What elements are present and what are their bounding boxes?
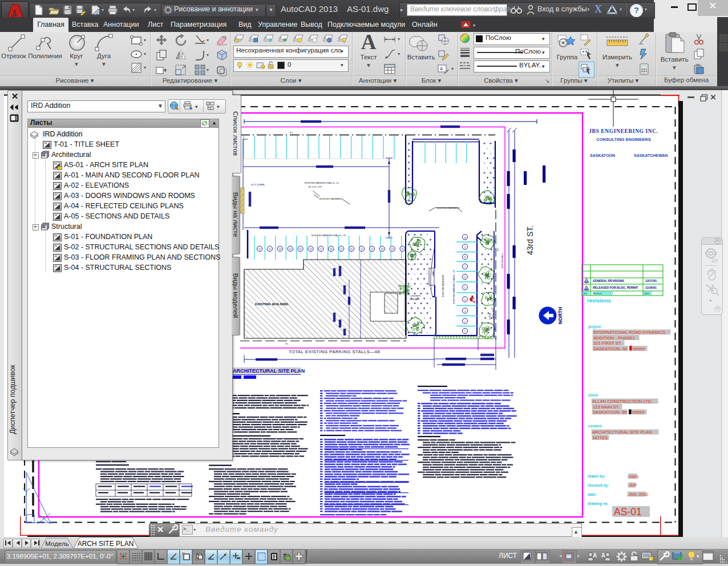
svg-text:EXISTING PAVEMENT: EXISTING PAVEMENT (442, 274, 444, 297)
svg-text:drawing no.: drawing no. (588, 502, 609, 506)
svg-text:.: . (302, 369, 304, 373)
svg-text:SASKATOON, SK: SASKATOON, SK (593, 410, 628, 415)
svg-text:NORTH: NORTH (557, 307, 563, 324)
svg-text:drawn by:: drawn by: (588, 474, 605, 479)
svg-text:JDP: JDP (629, 483, 637, 488)
svg-text:LANDSCAPE: LANDSCAPE (492, 308, 495, 320)
svg-text:TOTAL EXISTING PARKING STAL: TOTAL EXISTING PARKING STALLS—48 (289, 349, 380, 354)
svg-text:RAMP: RAMP (432, 270, 434, 277)
svg-text:RELEASED FOR BLDG. PERMIT: RELEASED FOR BLDG. PERMIT (593, 286, 638, 289)
svg-text:8: 8 (464, 256, 466, 258)
svg-text:EXISTING PARKING STALLS—10: EXISTING PARKING STALLS—10 (453, 270, 455, 304)
svg-text:DATE: DATE (644, 293, 650, 295)
svg-text:1: 1 (464, 330, 466, 333)
svg-text:EXISTING PARKING STALLS—15: EXISTING PARKING STALLS—15 (312, 234, 346, 237)
svg-text:15: 15 (299, 248, 301, 250)
svg-text:EXISTING BUILDING: EXISTING BUILDING (255, 302, 289, 306)
svg-text:Модель: Модель (45, 540, 68, 547)
svg-text:12/17/01: 12/17/01 (645, 279, 657, 282)
svg-text:3: 3 (464, 310, 466, 313)
svg-text:ARCHITECTURAL SITE PLAN,: ARCHITECTURAL SITE PLAN, (592, 430, 653, 435)
svg-text:REVISION: REVISION (593, 293, 602, 295)
svg-text:REV: REV (583, 293, 588, 295)
svg-text:P.L.: P.L. (497, 248, 499, 251)
svg-text:A: A (601, 552, 605, 559)
svg-text:ARCH SITE PLAN: ARCH SITE PLAN (78, 540, 134, 548)
svg-text:EXTRA: EXTRA (489, 313, 491, 320)
svg-text:5: 5 (464, 287, 466, 289)
svg-text:EXISTING PARKING STALLS—15: EXISTING PARKING STALLS—15 (305, 181, 339, 184)
svg-text:P.L.: P.L. (290, 131, 294, 134)
svg-text:21: 21 (361, 248, 363, 250)
svg-text:SASKATOON, SK: SASKATOON, SK (593, 346, 628, 351)
svg-text:CONCRETE: CONCRETE (410, 295, 421, 297)
svg-text:17: 17 (319, 248, 322, 250)
svg-text:16: 16 (309, 248, 312, 250)
svg-text:A: A (593, 552, 597, 559)
svg-text:project: project (588, 325, 601, 329)
svg-text:43rd ST.: 43rd ST. (525, 225, 535, 255)
svg-text:NEW SIDEWALK: NEW SIDEWALK (501, 253, 504, 268)
svg-text:P.L.: P.L. (285, 343, 289, 345)
svg-text:SASKATCHEWAN: SASKATCHEWAN (634, 153, 668, 157)
svg-text:JAN. 2002: JAN. 2002 (628, 492, 648, 497)
svg-text:25: 25 (401, 248, 403, 250)
svg-text:22: 22 (371, 248, 373, 250)
svg-text:INTERNATIONAL ROAD DYNAMICS: INTERNATIONAL ROAD DYNAMICS (593, 330, 665, 335)
svg-text:10: 10 (464, 237, 466, 239)
svg-text:a: a (440, 66, 443, 71)
svg-text:4: 4 (464, 299, 466, 301)
svg-text:GENERAL REVISIONS: GENERAL REVISIONS (593, 279, 624, 282)
svg-text:18: 18 (330, 248, 332, 250)
svg-text:13: 13 (279, 248, 281, 250)
svg-text:19: 19 (340, 248, 342, 250)
svg-text:ALLAN CONSTRUCTION LTD.: ALLAN CONSTRUCTION LTD. (592, 399, 652, 404)
svg-text:2: 2 (464, 321, 466, 323)
svg-text:SIDEWALK: SIDEWALK (410, 298, 420, 301)
svg-text:date:: date: (588, 492, 597, 496)
svg-text:JBS ENGINEERING INC.: JBS ENGINEERING INC. (589, 128, 658, 134)
svg-text:24: 24 (391, 248, 394, 250)
svg-text:client: client (588, 393, 598, 397)
svg-text:123 MAIN ST.: 123 MAIN ST. (593, 405, 620, 410)
svg-text:content: content (588, 424, 602, 428)
svg-text:11/20/01: 11/20/01 (645, 286, 657, 289)
svg-text:CONSULTING ENGINEERS: CONSULTING ENGINEERS (596, 137, 650, 142)
svg-text:20: 20 (350, 248, 353, 250)
svg-text:NOTES: NOTES (593, 435, 608, 440)
svg-text:VMG: VMG (629, 474, 638, 479)
svg-text:11: 11 (258, 248, 261, 250)
svg-text:23: 23 (381, 248, 383, 250)
svg-text:321 FIRST ST.: 321 FIRST ST. (593, 341, 622, 346)
svg-text:99999: 99999 (633, 346, 645, 351)
svg-text:revisions: revisions (587, 297, 611, 304)
svg-text:EXISTING PAVEMENT: EXISTING PAVEMENT (319, 197, 343, 200)
svg-text:18' X 20' TYP.: 18' X 20' TYP. (308, 185, 322, 188)
svg-text:ARCHITECTURAL SITE PLAN: ARCHITECTURAL SITE PLAN (233, 368, 305, 374)
svg-text:14: 14 (289, 248, 292, 250)
svg-text:6: 6 (464, 276, 466, 278)
svg-text:99999: 99999 (632, 410, 644, 415)
svg-text:16'-0" [4.88M]: 16'-0" [4.88M] (251, 184, 264, 186)
svg-text:ADDITION - PHASE1: ADDITION - PHASE1 (593, 335, 635, 341)
svg-text:12: 12 (269, 248, 271, 250)
svg-text:SASKATOON: SASKATOON (590, 153, 615, 157)
svg-text:9: 9 (464, 246, 466, 249)
svg-text:checked by:: checked by: (588, 483, 609, 488)
svg-text:2D: 2D (711, 258, 718, 264)
svg-text:7: 7 (464, 266, 466, 268)
svg-text:AS-01: AS-01 (614, 506, 642, 518)
svg-text:EXISTING PAVEMENT: EXISTING PAVEMENT (437, 207, 460, 209)
